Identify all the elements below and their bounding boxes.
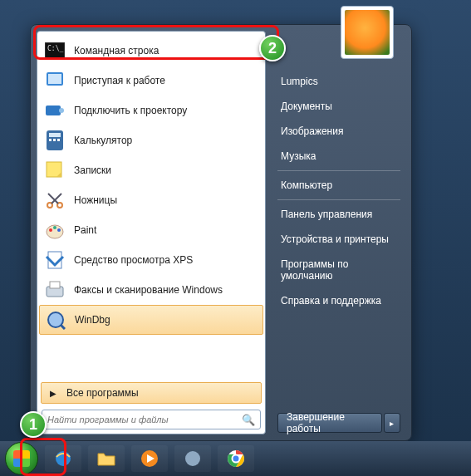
program-xps-viewer[interactable]: Средство просмотра XPS — [39, 245, 263, 275]
taskbar-explorer[interactable] — [88, 445, 125, 472]
projector-icon — [44, 100, 66, 121]
program-command-prompt[interactable]: C:\_ Командная строка — [39, 36, 263, 66]
place-pictures[interactable]: Изображения — [277, 119, 400, 144]
wmp-icon — [140, 449, 159, 468]
program-label: Командная строка — [74, 45, 258, 56]
taskbar-app-unknown[interactable] — [174, 445, 211, 472]
right-list: Lumpics Документы Изображения Музыка Ком… — [277, 69, 400, 413]
sticky-notes-icon — [44, 159, 66, 181]
devices-printers-link[interactable]: Устройства и принтеры — [277, 227, 400, 252]
triangle-right-icon: ▶ — [50, 389, 56, 398]
search-input[interactable] — [47, 415, 237, 424]
xps-icon — [44, 249, 66, 271]
program-fax-scan[interactable]: Факсы и сканирование Windows — [39, 275, 263, 305]
help-support-link[interactable]: Справка и поддержка — [277, 288, 400, 313]
svg-point-29 — [185, 451, 200, 466]
chrome-icon — [227, 449, 245, 468]
svg-rect-3 — [48, 74, 61, 84]
separator — [277, 170, 400, 171]
control-panel-link[interactable]: Панель управления — [277, 202, 400, 227]
start-menu: C:\_ Командная строка Приступая к работе… — [30, 24, 412, 441]
windbg-icon — [45, 309, 66, 331]
program-calculator[interactable]: Калькулятор — [39, 125, 263, 155]
program-label: Средство просмотра XPS — [74, 254, 258, 266]
svg-point-20 — [57, 228, 61, 232]
globe-icon — [184, 449, 202, 468]
separator — [277, 199, 400, 200]
svg-point-31 — [233, 455, 240, 463]
user-name-link[interactable]: Lumpics — [277, 69, 400, 94]
user-avatar-icon — [345, 10, 390, 55]
program-label: Записки — [74, 164, 258, 176]
annotation-badge-2: 2 — [259, 35, 286, 61]
start-right-panel: Lumpics Документы Изображения Музыка Ком… — [269, 31, 405, 434]
place-music[interactable]: Музыка — [277, 144, 400, 169]
svg-point-5 — [59, 108, 64, 113]
program-label: WinDbg — [75, 314, 258, 326]
place-documents[interactable]: Документы — [277, 94, 400, 119]
all-programs-button[interactable]: ▶ Все программы — [41, 382, 262, 404]
program-windbg[interactable]: WinDbg — [39, 305, 263, 335]
program-paint[interactable]: Paint — [39, 215, 263, 245]
svg-rect-9 — [53, 139, 56, 141]
search-box[interactable]: 🔍 — [42, 410, 261, 429]
system-computer[interactable]: Компьютер — [277, 173, 400, 198]
getting-started-icon — [44, 70, 66, 91]
paint-icon — [44, 219, 66, 241]
triangle-right-icon: ▸ — [390, 419, 394, 428]
program-sticky-notes[interactable]: Записки — [39, 155, 263, 185]
annotation-badge-1: 1 — [20, 411, 47, 438]
ie-icon — [53, 449, 73, 469]
program-label: Калькулятор — [74, 135, 258, 146]
start-button[interactable] — [5, 442, 38, 475]
search-row: 🔍 — [39, 407, 263, 429]
taskbar-media-player[interactable] — [131, 445, 168, 472]
scissors-icon — [44, 189, 66, 211]
shutdown-row: Завершение работы ▸ — [277, 413, 400, 434]
user-avatar-frame[interactable] — [341, 6, 394, 59]
program-snipping-tool[interactable]: Ножницы — [39, 185, 263, 215]
svg-rect-23 — [50, 282, 60, 288]
program-label: Приступая к работе — [74, 75, 258, 86]
svg-point-18 — [49, 228, 52, 232]
program-label: Подключить к проектору — [74, 105, 258, 116]
svg-text:C:\_: C:\_ — [47, 45, 63, 52]
taskbar-chrome[interactable] — [218, 445, 254, 472]
shutdown-options-button[interactable]: ▸ — [384, 413, 400, 433]
program-connect-projector[interactable]: Подключить к проектору — [39, 96, 263, 125]
svg-rect-10 — [57, 139, 60, 141]
program-label: Paint — [74, 224, 258, 236]
program-label: Факсы и сканирование Windows — [74, 284, 258, 296]
svg-rect-8 — [49, 139, 52, 141]
start-left-panel: C:\_ Командная строка Приступая к работе… — [37, 31, 266, 434]
svg-point-19 — [53, 226, 56, 229]
taskbar — [0, 441, 471, 476]
shutdown-button[interactable]: Завершение работы — [277, 413, 382, 433]
cmd-icon: C:\_ — [44, 40, 66, 61]
all-programs-label: Все программы — [66, 387, 139, 399]
search-icon: 🔍 — [242, 414, 255, 426]
svg-line-25 — [61, 325, 65, 329]
default-programs-link[interactable]: Программы по умолчанию — [277, 252, 400, 288]
taskbar-ie[interactable] — [45, 445, 81, 472]
svg-rect-7 — [49, 133, 61, 137]
program-label: Ножницы — [74, 194, 258, 206]
fax-icon — [44, 279, 66, 301]
folder-icon — [96, 450, 116, 467]
calculator-icon — [44, 130, 66, 151]
svg-rect-4 — [46, 106, 61, 115]
program-getting-started[interactable]: Приступая к работе — [39, 66, 263, 96]
shutdown-label: Завершение работы — [287, 411, 373, 434]
